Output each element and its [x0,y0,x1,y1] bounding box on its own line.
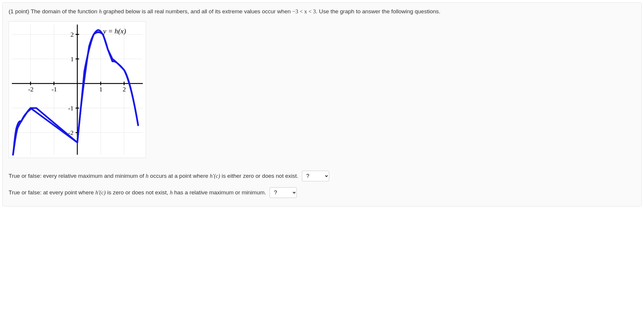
problem-card: (1 point) The domain of the function h g… [2,2,642,206]
function-name: h [99,8,102,14]
x-tick-neg1: -1 [52,85,57,93]
question-1-text: True or false: every relative maximum an… [9,172,298,180]
q1-post: is either zero or does not exist. [220,173,298,179]
prompt-pre: The domain of the function [31,8,99,14]
curve-label: y = h(x) [102,27,126,35]
graph-svg: -2 -1 1 2 2 1 -1 -2 y = h(x) [9,22,146,158]
q1-fn: h [146,173,149,179]
q1-expr: h′(c) [210,173,220,179]
y-tick-2: 2 [71,31,74,38]
points-label: (1 point) [9,8,31,14]
y-tick-neg1: -1 [68,104,73,112]
question-2-row: True or false: at every point where h′(c… [9,187,635,198]
q2-post: has a relative maximum or minimum. [173,189,266,196]
question-1-row: True or false: every relative maximum an… [9,171,635,181]
question-2-select[interactable]: ?TrueFalse [270,187,297,198]
problem-prompt: (1 point) The domain of the function h g… [9,7,635,16]
domain-inequality: −3 < x < 3 [292,8,316,14]
question-1-select[interactable]: ?TrueFalse [302,171,329,181]
q1-mid: occurs at a point where [148,173,210,179]
q2-fn: h [170,189,173,196]
x-tick-2: 2 [123,85,126,93]
function-curve-overlay [13,32,138,154]
q2-expr: h′(c) [95,189,106,196]
prompt-mid: graphed below is all real numbers, and a… [102,8,292,14]
q2-pre: True or false: at every point where [9,189,95,196]
x-tick-1: 1 [99,85,102,93]
y-tick-1: 1 [71,55,74,63]
graph-container: -2 -1 1 2 2 1 -1 -2 y = h(x) [9,21,146,158]
q1-pre: True or false: every relative maximum an… [9,173,146,179]
question-2-text: True or false: at every point where h′(c… [9,188,266,197]
q2-mid: is zero or does not exist, [106,189,170,196]
prompt-post: . Use the graph to answer the following … [316,8,440,14]
x-tick-neg2: -2 [28,85,33,93]
